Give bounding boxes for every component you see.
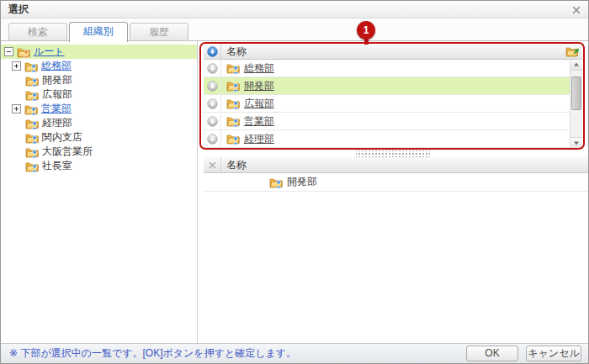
- expand-icon[interactable]: [12, 104, 21, 113]
- folder-user-icon: [25, 146, 39, 158]
- add-row-icon[interactable]: [207, 98, 218, 109]
- folder-export-icon[interactable]: [562, 44, 582, 59]
- tab-bar: 検索 組織別 履歴: [1, 18, 588, 41]
- tree-item-label[interactable]: 総務部: [41, 59, 72, 73]
- scroll-down-icon[interactable]: [570, 137, 582, 148]
- add-all-cell[interactable]: [204, 44, 221, 59]
- tree-item-label: 社長室: [42, 159, 72, 173]
- candidate-rows: 総務部 開発部 広報部 営業部 経理部: [204, 60, 570, 148]
- list-item-label[interactable]: 広報部: [244, 97, 274, 111]
- folder-user-icon: [25, 132, 39, 144]
- tree-item-label: 関内支店: [42, 130, 82, 145]
- tree-item-label[interactable]: ルート: [34, 45, 65, 59]
- tree-item-root[interactable]: ルート: [1, 45, 197, 59]
- splitter-grip-icon[interactable]: [356, 150, 430, 157]
- list-item-label[interactable]: 経理部: [244, 132, 274, 146]
- selected-list: 名称 開発部: [204, 157, 588, 344]
- list-item-label[interactable]: 総務部: [244, 61, 274, 76]
- folder-user-icon: [226, 133, 240, 145]
- tree-item-soumubu[interactable]: 総務部: [1, 59, 197, 73]
- ok-button[interactable]: OK: [466, 346, 518, 361]
- close-icon[interactable]: [572, 6, 581, 14]
- footer-note: ※ 下部が選択中の一覧です。[OK]ボタンを押すと確定します。: [9, 346, 296, 361]
- tree-item-osaka-eigyousho[interactable]: 大阪営業所: [1, 145, 197, 159]
- add-row-icon[interactable]: [207, 63, 218, 74]
- folder-user-icon: [226, 62, 240, 74]
- tree-item-label: 大阪営業所: [42, 145, 93, 159]
- selected-item-label: 開発部: [287, 175, 317, 189]
- tree-item-kouhoubu[interactable]: 広報部: [1, 87, 197, 102]
- tree-item-label: 開発部: [42, 73, 72, 87]
- folder-user-icon: [25, 89, 39, 101]
- tree-item-kaihatsubu[interactable]: 開発部: [1, 73, 197, 87]
- footer-buttons: OK キャンセル: [466, 346, 581, 361]
- organization-tree: ルート 総務部 開発部 広報部 営業部 経理部 関内支店: [1, 41, 198, 344]
- footer-bar: ※ 下部が選択中の一覧です。[OK]ボタンを押すと確定します。 OK キャンセル: [1, 343, 588, 363]
- scroll-up-icon[interactable]: [570, 60, 582, 71]
- circle-down-arrow-icon[interactable]: [207, 46, 218, 57]
- tab-organization[interactable]: 組織別: [69, 22, 128, 42]
- folder-user-icon: [24, 61, 38, 72]
- tree-item-label: 広報部: [42, 87, 72, 102]
- remove-all-cell[interactable]: [204, 157, 221, 172]
- folder-user-icon: [25, 118, 39, 129]
- name-column-header: 名称: [221, 45, 562, 59]
- candidate-list-header: 名称: [204, 44, 582, 60]
- list-item-soumubu[interactable]: 総務部: [204, 60, 570, 77]
- tree-item-label[interactable]: 営業部: [41, 102, 72, 116]
- list-item-label[interactable]: 営業部: [244, 114, 274, 129]
- tree-item-kannai-shiten[interactable]: 関内支店: [1, 130, 197, 145]
- list-item-eigyoubu[interactable]: 営業部: [204, 113, 570, 130]
- add-row-icon[interactable]: [207, 134, 218, 145]
- tab-history[interactable]: 履歴: [130, 23, 188, 40]
- dialog-title: 選択: [8, 1, 29, 18]
- list-item-kouhoubu[interactable]: 広報部: [204, 95, 570, 113]
- tab-search[interactable]: 検索: [8, 23, 67, 40]
- tree-item-shachoushitsu[interactable]: 社長室: [1, 159, 197, 173]
- add-row-icon[interactable]: [207, 116, 218, 127]
- cancel-button[interactable]: キャンセル: [526, 346, 581, 361]
- folder-user-icon: [269, 177, 283, 188]
- tree-item-eigyoubu[interactable]: 営業部: [1, 102, 197, 116]
- folder-user-icon: [25, 75, 39, 87]
- expand-icon[interactable]: [12, 61, 21, 71]
- candidate-list: 名称 総務部 開発部 広報部: [204, 44, 582, 148]
- list-item-label[interactable]: 開発部: [244, 79, 274, 93]
- annotation-badge: 1: [357, 21, 375, 40]
- list-item-keiribu[interactable]: 経理部: [204, 130, 570, 148]
- folder-user-icon: [25, 161, 39, 172]
- collapse-icon[interactable]: [4, 47, 13, 56]
- selected-item-kaihatsubu[interactable]: 開発部: [204, 173, 588, 192]
- title-bar: 選択: [1, 1, 588, 18]
- add-row-icon[interactable]: [207, 81, 218, 92]
- root-folder-icon: [17, 46, 30, 58]
- folder-user-icon: [24, 103, 38, 115]
- panel-splitter[interactable]: [204, 150, 582, 157]
- list-item-kaihatsubu[interactable]: 開発部: [204, 77, 570, 95]
- scrollbar-thumb[interactable]: [571, 76, 581, 110]
- folder-user-icon: [226, 80, 240, 92]
- selection-dialog: 選択 検索 組織別 履歴 ルート 総務部 開発部 広報部: [0, 0, 589, 364]
- name-column-header: 名称: [221, 158, 588, 172]
- tree-item-keiribu[interactable]: 経理部: [1, 116, 197, 130]
- folder-user-icon: [226, 98, 240, 109]
- vertical-scrollbar[interactable]: [570, 60, 582, 148]
- cross-icon[interactable]: [209, 161, 216, 169]
- tree-item-label: 経理部: [42, 116, 72, 130]
- selected-list-header: 名称: [204, 157, 588, 173]
- folder-user-icon: [226, 115, 240, 127]
